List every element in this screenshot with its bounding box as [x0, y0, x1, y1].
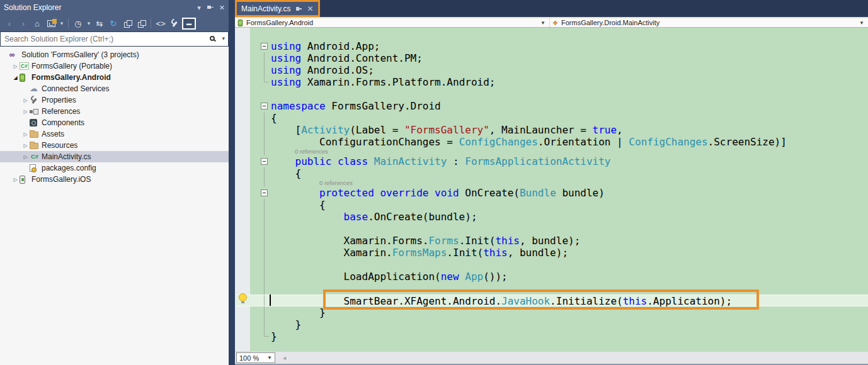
- code-line[interactable]: using Android.OS;: [235, 64, 868, 76]
- codelens-references[interactable]: 0 references: [235, 148, 868, 155]
- code-text: Xamarin.FormsMaps.Init(this, bundle);: [271, 247, 868, 259]
- code-line[interactable]: Xamarin.Forms.Forms.Init(this, bundle);: [235, 235, 868, 247]
- window-position-menu-icon[interactable]: ▾: [197, 4, 201, 12]
- collapse-arrow-icon[interactable]: ◢: [11, 75, 20, 81]
- navigate-back-icon[interactable]: ‹: [3, 17, 16, 30]
- code-line[interactable]: ConfigurationChanges = ConfigChanges.Ori…: [235, 136, 868, 148]
- fold-collapse-icon[interactable]: [261, 189, 268, 196]
- codelens-references[interactable]: 0 references: [235, 179, 868, 187]
- project-dropdown[interactable]: FormsGallery.Android ▼: [235, 18, 550, 27]
- expand-arrow-icon[interactable]: ▷: [21, 154, 30, 160]
- dropdown-arrow-icon[interactable]: ▾: [59, 17, 65, 30]
- code-editor[interactable]: using Android.App;using Android.Content.…: [235, 28, 868, 351]
- code-line[interactable]: [235, 283, 868, 295]
- code-text: base.OnCreate(bundle);: [271, 211, 868, 223]
- expand-arrow-icon[interactable]: ▷: [21, 109, 30, 115]
- code-segment: using: [271, 76, 301, 88]
- code-line[interactable]: [Activity(Label = "FormsGallery", MainLa…: [235, 124, 868, 136]
- preview-selected-items-glyph: ▬: [182, 18, 196, 30]
- code-segment: using: [271, 40, 301, 52]
- fold-guide: [261, 223, 269, 235]
- code-segment: }: [271, 330, 277, 342]
- code-line[interactable]: [235, 259, 868, 271]
- code-line[interactable]: protected override void OnCreate(Bundle …: [235, 187, 868, 199]
- expand-arrow-icon[interactable]: ▷: [21, 132, 30, 137]
- expand-arrow-icon[interactable]: ▷: [11, 177, 20, 182]
- close-tab-icon[interactable]: ✕: [307, 6, 313, 12]
- toolbar-separator: [151, 18, 151, 28]
- code-line[interactable]: }: [235, 330, 868, 342]
- lightbulb-icon[interactable]: [239, 293, 247, 301]
- expand-arrow-icon[interactable]: ▷: [11, 64, 20, 69]
- chevron-down-icon[interactable]: ▼: [859, 20, 865, 26]
- properties-icon[interactable]: [168, 17, 181, 30]
- code-line[interactable]: {: [235, 199, 868, 211]
- code-segment: using: [271, 64, 301, 76]
- tree-item-packages-config[interactable]: packages.config: [0, 162, 229, 174]
- refresh-icon[interactable]: ↻: [107, 17, 120, 30]
- code-line[interactable]: using Android.App;: [235, 40, 868, 52]
- code-line[interactable]: base.OnCreate(bundle);: [235, 211, 868, 223]
- tree-item-references[interactable]: ▷References: [0, 106, 229, 117]
- show-all-files-icon[interactable]: [135, 17, 147, 30]
- panel-splitter[interactable]: [229, 0, 235, 365]
- tree-item-mainactivity-cs[interactable]: ▷C#MainActivity.cs: [0, 151, 229, 162]
- code-line[interactable]: {: [235, 167, 868, 179]
- tree-item-solution-formsgallery-3-projects[interactable]: ∞Solution 'FormsGallery' (3 projects): [0, 49, 229, 60]
- code-line[interactable]: [235, 88, 868, 100]
- chevron-down-icon[interactable]: ▼: [540, 20, 547, 26]
- hscroll-left-arrow-icon[interactable]: ◄: [282, 355, 287, 361]
- code-line[interactable]: {: [235, 112, 868, 124]
- tree-item-formsgallery-android[interactable]: ◢FormsGallery.Android: [0, 72, 229, 83]
- expand-arrow-icon[interactable]: ▷: [21, 143, 30, 149]
- tree-item-components[interactable]: Components: [0, 117, 229, 128]
- home-icon[interactable]: ⌂: [31, 17, 43, 30]
- navigate-forward-icon[interactable]: ›: [17, 17, 30, 30]
- code-line[interactable]: using Android.Content.PM;: [235, 52, 868, 64]
- code-line[interactable]: public class MainActivity : FormsApplica…: [235, 155, 868, 167]
- fold-collapse-icon[interactable]: [261, 43, 268, 50]
- code-line[interactable]: [235, 223, 868, 235]
- solution-explorer-toolbar: ‹›⌂▾◷▾⇆↻<>▬: [0, 15, 229, 31]
- tree-item-formsgallery-ios[interactable]: ▷FormsGallery.iOS: [0, 174, 229, 185]
- expand-arrow-icon[interactable]: ▷: [21, 98, 30, 103]
- code-line[interactable]: SmartBear.XFAgent.Android.JavaHook.Initi…: [235, 295, 868, 306]
- collapse-all-icon[interactable]: [121, 17, 134, 30]
- search-options-arrow-icon[interactable]: ▾: [222, 35, 225, 42]
- tree-item-properties[interactable]: ▷Properties: [0, 94, 229, 106]
- fold-collapse-icon[interactable]: [261, 103, 268, 110]
- properties-window-icon[interactable]: [45, 17, 57, 30]
- close-icon[interactable]: ✕: [219, 4, 225, 12]
- tree-item-connected-services[interactable]: ☁Connected Services: [0, 83, 229, 94]
- tree-icon-cell: C#: [20, 62, 31, 70]
- code-line[interactable]: Xamarin.FormsMaps.Init(this, bundle);: [235, 247, 868, 259]
- tab-mainactivity[interactable]: MainActivity.cs ✕: [235, 0, 320, 17]
- pin-icon[interactable]: [207, 4, 213, 11]
- tree-item-assets[interactable]: ▷Assets: [0, 128, 229, 140]
- code-line[interactable]: }: [235, 306, 868, 318]
- tree-item-formsgallery-portable[interactable]: ▷C#FormsGallery (Portable): [0, 60, 229, 72]
- pending-changes-filter-icon[interactable]: ◷: [72, 17, 84, 30]
- search-input[interactable]: [0, 31, 229, 47]
- tree-item-resources[interactable]: ▷Resources: [0, 140, 229, 151]
- code-text: 0 references: [295, 148, 868, 155]
- code-line[interactable]: using Xamarin.Forms.Platform.Android;: [235, 76, 868, 88]
- zoom-dropdown[interactable]: 100 % ▼: [236, 352, 275, 363]
- dropdown-arrow-icon[interactable]: ▾: [86, 17, 92, 30]
- sync-with-active-document-icon[interactable]: ⇆: [93, 17, 106, 30]
- code-text: SmartBear.XFAgent.Android.JavaHook.Initi…: [271, 295, 868, 307]
- pin-tab-icon[interactable]: [295, 6, 302, 12]
- search-icon[interactable]: [210, 36, 215, 41]
- type-dropdown[interactable]: ❖ FormsGallery.Droid.MainActivity ▼: [550, 18, 868, 27]
- preview-selected-items-icon[interactable]: ▬: [182, 17, 196, 30]
- fold-guide: [261, 306, 269, 318]
- view-code-icon[interactable]: <>: [154, 17, 167, 30]
- fold-guide: [261, 136, 269, 148]
- fold-collapse-icon[interactable]: [261, 158, 268, 165]
- code-line[interactable]: namespace FormsGallery.Droid: [235, 100, 868, 112]
- code-segment: ConfigurationChanges =: [271, 136, 459, 148]
- chevron-down-icon: ▼: [267, 355, 272, 361]
- code-line[interactable]: }: [235, 318, 868, 330]
- wrench-icon: [30, 96, 38, 104]
- code-line[interactable]: LoadApplication(new App());: [235, 271, 868, 283]
